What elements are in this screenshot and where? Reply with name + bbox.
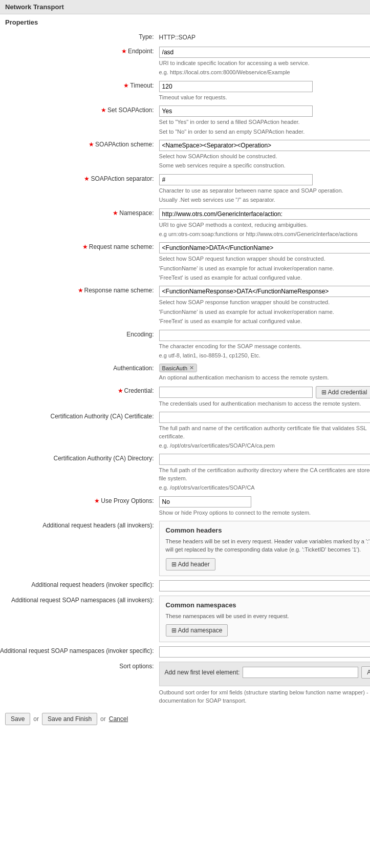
endpoint-label: ★Endpoint:: [0, 45, 159, 79]
ca-directory-value-cell: The full path of the certification autho…: [159, 452, 370, 494]
endpoint-row: ★Endpoint: URI to indicate specific loca…: [0, 45, 370, 79]
sort-add-row: Add new first level element: Add: [165, 666, 370, 679]
ca-certificate-input[interactable]: [159, 412, 370, 423]
authentication-badge[interactable]: BasicAuth ✕: [159, 364, 198, 372]
response-name-scheme-value-cell: Select how SOAP response function wrappe…: [159, 284, 370, 327]
authentication-remove-icon[interactable]: ✕: [189, 365, 194, 371]
type-value: HTTP::SOAP: [159, 32, 370, 43]
soap-action-scheme-hint2: Some web services require a specific con…: [159, 162, 370, 170]
common-headers-desc: These headers will be set in every reque…: [166, 537, 370, 554]
ca-certificate-label: Certification Authority (CA) Certificate…: [0, 410, 159, 452]
namespace-required-star: ★: [113, 209, 118, 217]
ca-certificate-hint2: e.g. /opt/otrs/var/certificates/SOAP/CA/…: [159, 442, 370, 450]
additional-namespaces-specific-value-cell: [159, 644, 370, 660]
additional-namespaces-specific-label: Additional request SOAP namespaces (invo…: [0, 644, 159, 660]
encoding-input[interactable]: [159, 330, 370, 341]
ca-directory-label: Certification Authority (CA) Directory:: [0, 452, 159, 494]
encoding-hint2: e.g utf-8, latin1, iso-8859-1, cp1250, E…: [159, 352, 370, 359]
ca-directory-input[interactable]: [159, 454, 370, 465]
common-namespaces-box: Common namespaces These namespaces will …: [159, 596, 370, 643]
credential-input[interactable]: [159, 387, 313, 398]
request-name-scheme-required-star: ★: [82, 243, 88, 250]
namespace-row: ★Namespace: URI to give SOAP methods a c…: [0, 206, 370, 241]
properties-form: Type: HTTP::SOAP ★Endpoint: URI to indic…: [0, 30, 370, 707]
timeout-row: ★Timeout: Timeout value for requests.: [0, 79, 370, 103]
soap-action-scheme-label: ★SOAPAction scheme:: [0, 138, 159, 172]
type-row: Type: HTTP::SOAP: [0, 30, 370, 45]
credential-hint: The credentials used for authentication …: [159, 400, 370, 408]
type-label: Type:: [0, 30, 159, 45]
soap-action-scheme-hint1: Select how SOAPAction should be construc…: [159, 153, 370, 160]
credential-label: ★Credential:: [0, 384, 159, 410]
use-proxy-hint: Show or hide Proxy options to connect to…: [159, 509, 370, 517]
credential-required-star: ★: [118, 387, 123, 394]
sort-options-hint1: Outbound sort order for xml fields (stru…: [159, 689, 370, 705]
encoding-label: Encoding:: [0, 328, 159, 362]
sort-add-button[interactable]: Add: [361, 666, 370, 679]
sort-options-box: Add new first level element: Add: [159, 662, 370, 686]
save-button[interactable]: Save: [5, 713, 30, 725]
soap-action-scheme-required-star: ★: [89, 141, 94, 148]
additional-namespaces-all-label: Additional request SOAP namespaces (all …: [0, 594, 159, 645]
authentication-label: Authentication:: [0, 362, 159, 384]
set-soap-action-row: ★Set SOAPAction: Set to "Yes" in order t…: [0, 103, 370, 138]
use-proxy-required-star: ★: [94, 497, 100, 504]
add-namespace-icon: ⊞: [171, 627, 177, 634]
add-header-button[interactable]: ⊞Add header: [166, 558, 215, 570]
soap-action-scheme-input[interactable]: [159, 140, 370, 151]
common-headers-title: Common headers: [166, 526, 370, 534]
cancel-link[interactable]: Cancel: [109, 715, 128, 723]
request-name-scheme-hint2: 'FunctionName' is used as example for ac…: [159, 265, 370, 272]
add-namespace-button[interactable]: ⊞Add namespace: [166, 624, 228, 637]
soap-action-separator-input[interactable]: [159, 174, 313, 185]
sort-add-input[interactable]: [243, 667, 358, 678]
endpoint-value-cell: URI to indicate specific location for ac…: [159, 45, 370, 79]
page-header: Network Transport: [0, 0, 370, 14]
response-name-scheme-input[interactable]: [159, 286, 370, 297]
use-proxy-row: ★Use Proxy Options: Show or hide Proxy o…: [0, 494, 370, 519]
request-name-scheme-input[interactable]: [159, 242, 370, 253]
ca-certificate-value-cell: The full path and name of the certificat…: [159, 410, 370, 452]
use-proxy-label: ★Use Proxy Options:: [0, 494, 159, 519]
footer: Save or Save and Finish or Cancel: [0, 707, 370, 735]
ca-certificate-hint1: The full path and name of the certificat…: [159, 425, 370, 440]
section-title: Properties: [0, 14, 370, 30]
additional-namespaces-specific-input[interactable]: [159, 646, 370, 658]
set-soap-action-label: ★Set SOAPAction:: [0, 103, 159, 138]
set-soap-action-value-cell: Set to "Yes" in order to send a filled S…: [159, 103, 370, 138]
request-name-scheme-hint3: 'FreeText' is used as example for actual…: [159, 274, 370, 282]
add-credential-button[interactable]: ⊞Add credential: [316, 386, 370, 398]
additional-headers-specific-input[interactable]: [159, 580, 370, 591]
set-soap-action-required-star: ★: [101, 107, 106, 114]
response-name-scheme-hint1: Select how SOAP response function wrappe…: [159, 299, 370, 306]
ca-certificate-row: Certification Authority (CA) Certificate…: [0, 410, 370, 452]
authentication-row: Authentication: BasicAuth ✕ An optional …: [0, 362, 370, 384]
soap-action-separator-label: ★SOAPAction separator:: [0, 172, 159, 206]
namespace-input[interactable]: [159, 208, 370, 220]
ca-directory-hint2: e.g. /opt/otrs/var/certificates/SOAP/CA: [159, 484, 370, 492]
common-headers-box: Common headers These headers will be set…: [159, 521, 370, 576]
request-name-scheme-value-cell: Select how SOAP request function wrapper…: [159, 240, 370, 284]
set-soap-action-input[interactable]: [159, 105, 313, 117]
set-soap-action-hint1: Set to "Yes" in order to send a filled S…: [159, 118, 370, 126]
namespace-hint1: URI to give SOAP methods a context, redu…: [159, 221, 370, 229]
additional-namespaces-all-value-cell: Common namespaces These namespaces will …: [159, 594, 370, 645]
soap-action-separator-hint2: Usually .Net web services use "/" as sep…: [159, 196, 370, 204]
timeout-input[interactable]: [159, 81, 313, 92]
soap-action-separator-hint1: Character to use as separator between na…: [159, 187, 370, 195]
additional-headers-specific-label: Additional request headers (invoker spec…: [0, 578, 159, 594]
endpoint-hint2: e.g. https://local.otrs.com:8000/Webserv…: [159, 69, 370, 76]
timeout-label: ★Timeout:: [0, 79, 159, 103]
timeout-required-star: ★: [123, 82, 129, 89]
endpoint-input[interactable]: [159, 47, 370, 58]
save-finish-button[interactable]: Save and Finish: [42, 713, 97, 725]
credential-row: ★Credential: ⊞Add credential The credent…: [0, 384, 370, 410]
namespace-value-cell: URI to give SOAP methods a context, redu…: [159, 206, 370, 241]
endpoint-hint1: URI to indicate specific location for ac…: [159, 59, 370, 67]
encoding-row: Encoding: The character encoding for the…: [0, 328, 370, 362]
sort-options-value-cell: Add new first level element: Add Outboun…: [159, 660, 370, 707]
use-proxy-input[interactable]: [159, 496, 251, 507]
soap-action-scheme-value-cell: Select how SOAPAction should be construc…: [159, 138, 370, 172]
additional-namespaces-all-row: Additional request SOAP namespaces (all …: [0, 594, 370, 645]
soap-action-separator-required-star: ★: [84, 175, 90, 182]
